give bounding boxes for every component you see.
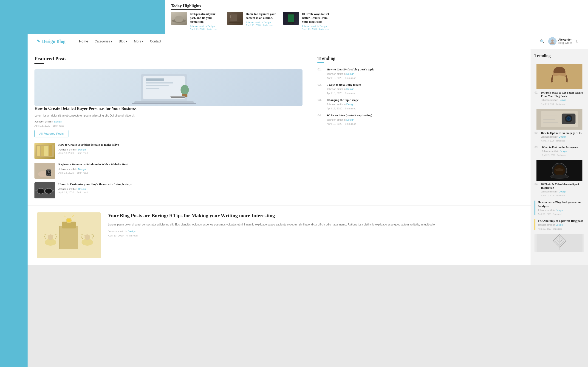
- svg-rect-13: [146, 82, 173, 83]
- trending-title-4: Write an intro (make it captivating).: [327, 114, 373, 117]
- highlight-item[interactable]: Edit/proofread your post, and fix your f…: [171, 12, 221, 30]
- sidebar-title-1: 10 Fresh Ways to Get Better Results From…: [541, 91, 584, 98]
- nav-categories[interactable]: Categories ▾: [95, 40, 112, 43]
- svg-point-16: [181, 85, 189, 95]
- sidebar-item-1-content: 01. 10 Fresh Ways to Get Better Results …: [535, 64, 584, 105]
- sidebar-trending-item-2[interactable]: 02. How to Optimize for on-page SEO. Joh…: [535, 109, 584, 142]
- featured-main-img: [35, 69, 303, 106]
- small-card-meta-2: Johnson smith in Design: [58, 168, 128, 171]
- top-banner: Today Highlights Edit/proofread your pos…: [27, 0, 588, 34]
- nav-home[interactable]: Home: [79, 40, 88, 43]
- user-info: Alexander Blog Writer: [558, 38, 572, 44]
- sidebar-trending-item-1[interactable]: 01. 10 Fresh Ways to Get Better Results …: [535, 64, 584, 105]
- svg-rect-21: [170, 96, 185, 97]
- featured-main-card[interactable]: How to Create Detailed Buyer Personas fo…: [35, 69, 303, 138]
- svg-point-47: [85, 234, 90, 240]
- blog-lead-1[interactable]: How to run a Blog lead generation Analys…: [535, 200, 584, 215]
- highlight-item-3[interactable]: 10 Fresh Ways to Get Better Results From…: [283, 12, 334, 30]
- svg-rect-2: [230, 15, 237, 21]
- sidebar-trending-underline: [535, 60, 541, 60]
- lead-meta-2: Johnson smith in Design: [538, 224, 583, 226]
- content-wrapper: Featured Posts: [27, 49, 588, 265]
- laptop-svg: [132, 69, 205, 106]
- highlights-section: Today Highlights Edit/proofread your pos…: [165, 0, 588, 34]
- small-card-meta-3: Johnson smith in Design: [58, 188, 132, 190]
- highlight-item-2[interactable]: Home to Organize your content in an outl…: [227, 12, 277, 26]
- sidebar-title-4: 18 Photo & Video Ideas to Spark Inspirat…: [541, 183, 584, 190]
- highlight-title-3: 10 Fresh Ways to Get Better Results From…: [302, 12, 334, 24]
- svg-point-8: [551, 40, 554, 42]
- svg-point-36: [45, 188, 52, 194]
- svg-point-1: [175, 16, 183, 22]
- svg-rect-19: [132, 103, 196, 104]
- featured-small-cards: How to Create your blog domain to make i…: [35, 143, 303, 198]
- trending-text-4: Write an intro (make it captivating). Jo…: [327, 114, 373, 125]
- lead-text-2: The Anatomy of a perfect Blog post Johns…: [538, 219, 583, 230]
- highlight-meta-1: Johnson smith in Design: [190, 25, 221, 27]
- trending-item-1[interactable]: 01. How to Identify first blog post's to…: [317, 68, 524, 79]
- small-card-date-3: April 13, 2020 6min read: [58, 191, 132, 194]
- nav-contact[interactable]: Contact: [150, 40, 161, 43]
- sidebar-num-2: 02.: [535, 131, 540, 135]
- sidebar-date-3: April 13, 2020 6min read: [542, 154, 578, 156]
- sidebar-img-1: [535, 64, 584, 89]
- big-article-content: Your Blog Posts are Boring: 9 Tips for M…: [108, 212, 521, 237]
- right-sidebar: Trending: [531, 49, 588, 265]
- sidebar-img-4: [535, 160, 584, 181]
- svg-rect-41: [60, 226, 78, 249]
- blog-lead-2[interactable]: The Anatomy of a perfect Blog post Johns…: [535, 219, 584, 230]
- search-icon[interactable]: 🔍: [540, 39, 545, 44]
- featured-underline: [35, 63, 44, 64]
- highlight-img-2: [227, 12, 243, 25]
- highlight-text-1: Edit/proofread your post, and fix your f…: [190, 12, 221, 30]
- lead-title-2: The Anatomy of a perfect Blog post: [538, 219, 583, 223]
- svg-rect-20: [171, 97, 185, 98]
- svg-rect-26: [49, 145, 52, 156]
- trending-meta-2: Johnson smith in Design: [327, 88, 361, 90]
- lead-title-1: How to run a Blog lead generation Analys…: [538, 200, 584, 208]
- trending-date-2: April 13, 2020 6min read: [327, 92, 361, 94]
- sidebar-trending-item-4[interactable]: 04. 18 Photo & Video Ideas to Spark Insp…: [535, 160, 584, 197]
- all-featured-button[interactable]: All Featured Posts: [35, 130, 69, 137]
- highlight-date-3: April 13, 2020 6min read: [302, 27, 334, 30]
- trending-title-1: How to Identify first blog post's topic: [327, 68, 374, 72]
- pattern-svg: [536, 234, 582, 252]
- user-profile[interactable]: Alexander Blog Writer: [548, 37, 572, 45]
- highlight-text-2: Home to Organize your content in an outl…: [246, 12, 277, 26]
- nav-more[interactable]: More ▾: [134, 40, 144, 43]
- highlight-meta-2: Johnson smith in Design: [246, 21, 277, 24]
- sidebar-date-2: April 13, 2020 6min read: [541, 140, 582, 142]
- lead-date-1: April 13, 2020 6min read: [538, 213, 584, 215]
- sidebar-num-3: 03.: [535, 146, 540, 149]
- logo-text: Design Blog: [42, 39, 65, 44]
- nav-blog[interactable]: Blog ▾: [119, 40, 128, 43]
- highlight-title-1: Edit/proofread your post, and fix your f…: [190, 12, 221, 24]
- big-article-date: April 13, 2020 6min read: [108, 234, 521, 237]
- svg-point-68: [555, 168, 564, 171]
- sidebar-meta-3: Johnson smith in Design: [542, 150, 578, 152]
- sidebar-trending-item-3[interactable]: 03. What to Post on the Instagram Johnso…: [535, 146, 584, 156]
- big-article-excerpt: Lorem ipsum dolor sit amet consectetur a…: [108, 222, 521, 227]
- trending-item-3[interactable]: 03. Changing the topic scope Johnson smi…: [317, 98, 524, 110]
- sidebar-date-1: April 13, 2020 6min read: [541, 103, 584, 105]
- site-logo[interactable]: ✎ Design Blog: [37, 39, 65, 44]
- sidebar-img-2: [535, 109, 584, 130]
- featured-main-title: How to Create Detailed Buyer Personas fo…: [35, 106, 303, 111]
- svg-point-60: [568, 117, 570, 120]
- trending-date-3: April 13, 2020 6min read: [327, 107, 359, 110]
- sidebar-item-4-content: 04. 18 Photo & Video Ideas to Spark Insp…: [535, 160, 584, 197]
- featured-small-card-3[interactable]: Home to Customize your blog's theme with…: [35, 182, 303, 198]
- svg-rect-4: [229, 22, 241, 23]
- svg-rect-15: [146, 88, 159, 89]
- trending-item-4[interactable]: 04. Write an intro (make it captivating)…: [317, 114, 524, 125]
- svg-point-45: [48, 234, 53, 240]
- featured-small-card-1[interactable]: How to Create your blog domain to make i…: [35, 143, 303, 159]
- trending-meta-3: Johnson smith in Design: [327, 103, 359, 106]
- sidebar-text-2: How to Optimize for on-page SEO. Johnson…: [541, 131, 582, 142]
- featured-small-card-2[interactable]: Register a Domain or Subdomain With a We…: [35, 163, 303, 179]
- dark-mode-button[interactable]: ☾: [576, 39, 579, 44]
- small-card-img-1: [35, 143, 55, 159]
- trending-item-2[interactable]: 02. 5 ways to fix a leaky faucet Johnson…: [317, 83, 524, 95]
- trending-num-3: 03.: [317, 98, 324, 102]
- avatar: [548, 37, 556, 45]
